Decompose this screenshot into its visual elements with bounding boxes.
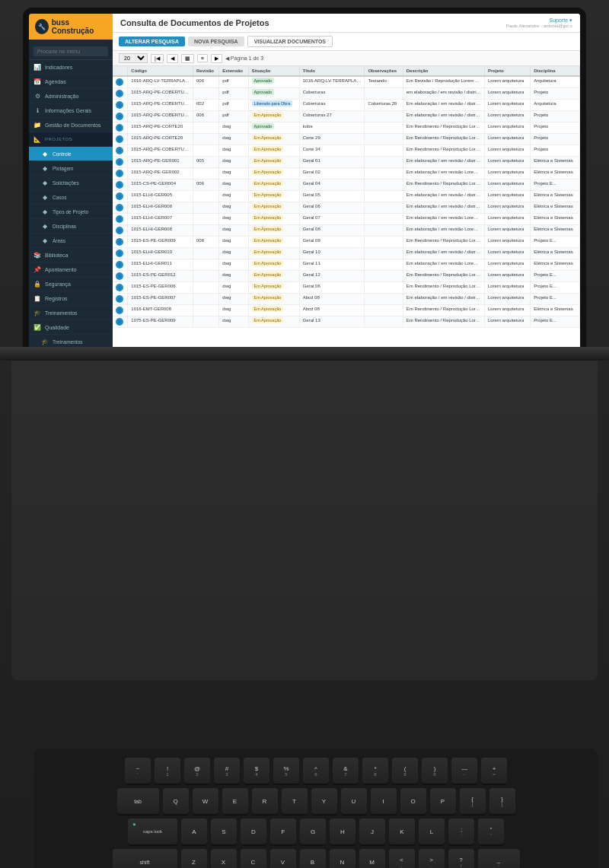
key-1[interactable]: !1	[155, 758, 180, 784]
sidebar-item-tipos[interactable]: ◆ Tipos de Projeto	[29, 205, 113, 219]
key-3[interactable]: #3	[214, 758, 240, 784]
sidebar-search-input[interactable]	[33, 46, 108, 56]
key-t[interactable]: T	[282, 788, 308, 814]
sidebar-item-agendas[interactable]: 📅 Agendas	[29, 75, 113, 89]
table-row[interactable]: 👤 1015-ELHI-GER011 dwg Em Aprovação Gera…	[113, 259, 580, 271]
table-row[interactable]: 👤 1015-ES-PE-GER012 dwg Em Aprovação Ger…	[113, 271, 580, 282]
table-row[interactable]: 👤 1015-ELHI-GER007 dwg Em Aprovação Gera…	[113, 214, 580, 225]
pagination-next[interactable]: ▶	[211, 54, 222, 63]
key-quote[interactable]: "'	[478, 819, 504, 844]
key-period[interactable]: >.	[419, 849, 445, 868]
sidebar-item-projects[interactable]: 📐 Projetos	[29, 132, 113, 147]
key-j[interactable]: J	[359, 819, 385, 844]
key-5[interactable]: %5	[273, 758, 299, 784]
key-shift-left[interactable]: shift	[113, 849, 177, 868]
table-row[interactable]: 👤 1015-ARQ-PE-COBERTURA dwg Em Aprovação…	[113, 145, 580, 157]
table-row[interactable]: 👤 1015-ELHI-GER006 dwg Em Aprovação Gera…	[113, 202, 580, 214]
table-row[interactable]: 👤 1015-ELHI-GER005 dwg Em Aprovação Gera…	[113, 191, 580, 202]
key-w[interactable]: W	[193, 788, 218, 814]
key-semicolon[interactable]: ;:	[448, 819, 474, 844]
table-row[interactable]: 👤 1015-ARQ-PE-GER001 005 dwg Em Aprovaçã…	[113, 157, 580, 168]
key-shift-right[interactable]: _-	[478, 849, 520, 868]
key-2[interactable]: @2	[184, 758, 210, 784]
pagination-first[interactable]: |◀	[151, 54, 164, 63]
col-code[interactable]: Código	[128, 66, 193, 76]
table-row[interactable]: 👤 1015-ELHI-GER010 dwg Em Aprovação Gera…	[113, 248, 580, 259]
key-n[interactable]: N	[330, 849, 356, 868]
key-c[interactable]: C	[241, 849, 266, 868]
table-row[interactable]: 👤 1015-ARQ-PE-COBERTURA7 006 pdf Em Apro…	[113, 111, 580, 122]
table-row[interactable]: 👤 1015-ES-PE-GER007 dwg Em Aprovação Abc…	[113, 294, 580, 305]
col-desc[interactable]: Descrição	[403, 66, 484, 76]
key-0[interactable]: )0	[422, 758, 448, 784]
table-row[interactable]: 👤 1015-ARQ-PE-COBERTURA pdf Aprovado Cob…	[113, 88, 580, 100]
key-tilde[interactable]: ~`	[125, 758, 151, 784]
key-e[interactable]: E	[222, 788, 248, 814]
col-obs[interactable]: Observações	[365, 66, 403, 76]
table-row[interactable]: 👤 1015-ES-PE-GER006 dwg Em Aprovação Ger…	[113, 282, 580, 294]
key-x[interactable]: X	[211, 849, 237, 868]
sidebar-item-controle[interactable]: ◆ Controle	[29, 147, 113, 161]
key-equals[interactable]: +=	[481, 758, 507, 784]
key-tab[interactable]: tab	[117, 788, 159, 814]
per-page-select[interactable]: 20 50 100	[119, 53, 148, 63]
sidebar-item-casos[interactable]: ◆ Casos	[29, 190, 113, 205]
sidebar-item-seguranca[interactable]: 🔒 Segurança	[29, 277, 113, 291]
key-r[interactable]: R	[252, 788, 278, 814]
key-7[interactable]: &7	[333, 758, 359, 784]
sidebar-item-areas[interactable]: ◆ Áreas	[29, 234, 113, 248]
key-k[interactable]: K	[389, 819, 415, 844]
key-u[interactable]: U	[341, 788, 367, 814]
table-row[interactable]: 👤 1015-ELHI-GER008 dwg Em Aprovação Gera…	[113, 225, 580, 237]
table-row[interactable]: 👤 1016-ARQ-LV-TERRAPLAN-SEMED 006 pdf Ap…	[113, 76, 580, 88]
key-slash[interactable]: ?/	[448, 849, 474, 868]
sidebar-item-biblioteca[interactable]: 📚 Biblioteca	[29, 248, 113, 262]
alter-search-button[interactable]: ALTERAR PESQUISA	[119, 37, 185, 46]
sidebar-item-plotagem[interactable]: ◆ Plotagem	[29, 161, 113, 176]
key-y[interactable]: Y	[311, 788, 337, 814]
sidebar-item-qualidade[interactable]: ✅ Qualidade	[29, 320, 113, 335]
key-minus[interactable]: —-	[451, 758, 477, 784]
pagination-prev[interactable]: ◀	[167, 54, 178, 63]
key-9[interactable]: (9	[392, 758, 418, 784]
sidebar-item-docs[interactable]: 📁 Gestão de Documentos	[29, 118, 113, 132]
table-row[interactable]: 👤 1015-ARQ-PE-CORTE20 dwg Aprovado kobe …	[113, 122, 580, 134]
table-row[interactable]: 👤 1075-ES-PE-GER009 dwg Em Aprovação Ger…	[113, 316, 580, 328]
key-v[interactable]: V	[270, 849, 296, 868]
table-row[interactable]: 👤 1015-ARQ-PE-GER002 dwg Em Aprovação Ge…	[113, 168, 580, 180]
col-revision[interactable]: Revisão	[193, 66, 219, 76]
table-row[interactable]: 👤 1015-CS-PE-GER004 006 dwg Em Aprovação…	[113, 180, 580, 191]
pagination-grid-view[interactable]: ▦	[181, 54, 194, 63]
key-o[interactable]: O	[400, 788, 426, 814]
key-8[interactable]: *8	[362, 758, 388, 784]
sidebar-item-apontamento[interactable]: 📌 Apontamento	[29, 262, 113, 277]
key-g[interactable]: G	[300, 819, 326, 844]
key-i[interactable]: I	[371, 788, 397, 814]
key-a[interactable]: A	[181, 819, 207, 844]
key-z[interactable]: Z	[181, 849, 207, 868]
table-row[interactable]: 👤 1015-ARQ-PE-COBERTURA22 002 pdf Libera…	[113, 100, 580, 111]
col-extension[interactable]: Extensão	[219, 66, 248, 76]
new-search-button[interactable]: NOVA PESQUISA	[188, 37, 244, 46]
key-b[interactable]: B	[300, 849, 326, 868]
key-l[interactable]: L	[419, 819, 445, 844]
key-p[interactable]: P	[430, 788, 456, 814]
key-lbrace[interactable]: {[	[460, 788, 486, 814]
support-label[interactable]: Suporte ▾	[550, 17, 572, 24]
col-discipline[interactable]: Disciplina	[531, 66, 580, 76]
sidebar-item-indicators[interactable]: 📊 Indicadores	[29, 60, 113, 75]
view-docs-button[interactable]: VISUALIZAR DOCUMENTOS	[247, 36, 333, 47]
key-4[interactable]: $4	[244, 758, 269, 784]
pagination-list-view[interactable]: ≡	[197, 54, 208, 62]
key-f[interactable]: F	[270, 819, 296, 844]
key-comma[interactable]: <,	[389, 849, 415, 868]
sidebar-item-solicitacoes[interactable]: ◆ Solicitações	[29, 176, 113, 190]
sidebar-item-disciplinas[interactable]: ◆ Disciplinas	[29, 219, 113, 234]
key-6[interactable]: ^6	[303, 758, 329, 784]
table-row[interactable]: 👤 1016-EMT-GER008 dwg Em Aprovação Abcd …	[113, 305, 580, 316]
sidebar-item-info[interactable]: ℹ Informações Gerais	[29, 103, 113, 118]
key-capslock[interactable]: caps lock●	[128, 819, 177, 844]
col-project[interactable]: Projeto	[484, 66, 530, 76]
sidebar-item-treinamentos[interactable]: 🎓 Treinamentos	[29, 306, 113, 320]
sidebar-item-admin[interactable]: ⚙ Administração	[29, 89, 113, 103]
